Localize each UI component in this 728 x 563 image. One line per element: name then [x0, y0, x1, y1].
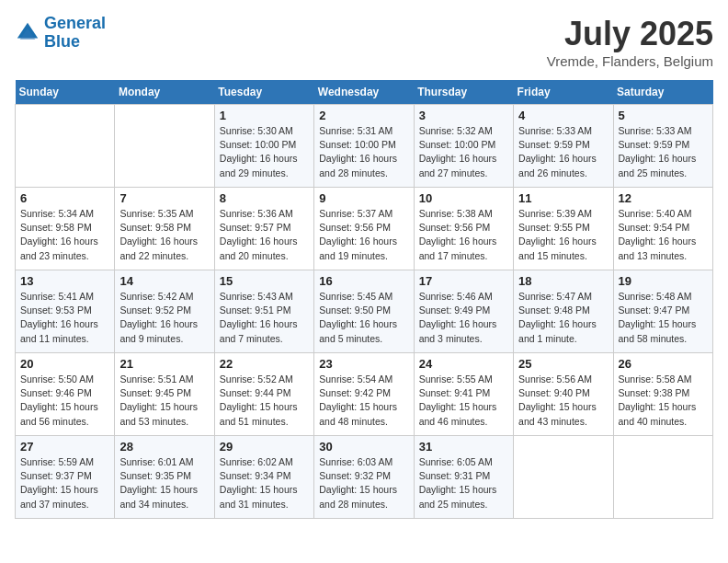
day-cell: 19Sunrise: 5:48 AM Sunset: 9:47 PM Dayli… — [613, 270, 712, 353]
day-cell: 1Sunrise: 5:30 AM Sunset: 10:00 PM Dayli… — [214, 105, 313, 188]
empty-cell — [115, 105, 214, 188]
day-info: Sunrise: 5:38 AM Sunset: 9:56 PM Dayligh… — [419, 207, 508, 263]
day-number: 15 — [220, 274, 309, 288]
day-cell: 25Sunrise: 5:56 AM Sunset: 9:40 PM Dayli… — [514, 353, 613, 436]
day-info: Sunrise: 5:58 AM Sunset: 9:38 PM Dayligh… — [619, 373, 708, 429]
day-cell: 18Sunrise: 5:47 AM Sunset: 9:48 PM Dayli… — [514, 270, 613, 353]
weekday-header: Wednesday — [314, 80, 414, 105]
day-number: 24 — [419, 357, 508, 371]
day-number: 16 — [319, 274, 408, 288]
day-info: Sunrise: 5:33 AM Sunset: 9:59 PM Dayligh… — [518, 124, 608, 180]
logo: General Blue — [15, 15, 106, 52]
day-cell: 31Sunrise: 6:05 AM Sunset: 9:31 PM Dayli… — [414, 436, 513, 519]
empty-cell — [514, 436, 613, 519]
calendar-week-row: 27Sunrise: 5:59 AM Sunset: 9:37 PM Dayli… — [16, 436, 713, 519]
day-info: Sunrise: 5:51 AM Sunset: 9:45 PM Dayligh… — [119, 373, 209, 429]
day-cell: 28Sunrise: 6:01 AM Sunset: 9:35 PM Dayli… — [115, 436, 214, 519]
day-number: 7 — [119, 191, 209, 205]
day-number: 20 — [20, 357, 109, 371]
day-cell: 30Sunrise: 6:03 AM Sunset: 9:32 PM Dayli… — [314, 436, 414, 519]
day-number: 10 — [419, 191, 508, 205]
day-cell: 20Sunrise: 5:50 AM Sunset: 9:46 PM Dayli… — [16, 353, 115, 436]
calendar-week-row: 1Sunrise: 5:30 AM Sunset: 10:00 PM Dayli… — [16, 105, 713, 188]
day-number: 1 — [220, 109, 309, 122]
day-info: Sunrise: 5:32 AM Sunset: 10:00 PM Daylig… — [419, 124, 508, 180]
day-info: Sunrise: 5:47 AM Sunset: 9:48 PM Dayligh… — [518, 290, 608, 346]
weekday-header: Friday — [514, 80, 613, 105]
calendar-week-row: 6Sunrise: 5:34 AM Sunset: 9:58 PM Daylig… — [16, 188, 713, 270]
day-number: 22 — [220, 357, 309, 371]
day-cell: 27Sunrise: 5:59 AM Sunset: 9:37 PM Dayli… — [16, 436, 115, 519]
day-number: 14 — [119, 274, 209, 288]
weekday-header: Sunday — [16, 80, 115, 105]
day-cell: 15Sunrise: 5:43 AM Sunset: 9:51 PM Dayli… — [214, 270, 313, 353]
weekday-header: Saturday — [613, 80, 712, 105]
day-number: 8 — [220, 191, 309, 205]
weekday-header: Tuesday — [214, 80, 313, 105]
logo-text: General Blue — [44, 15, 106, 52]
day-info: Sunrise: 6:01 AM Sunset: 9:35 PM Dayligh… — [119, 455, 209, 511]
day-cell: 17Sunrise: 5:46 AM Sunset: 9:49 PM Dayli… — [414, 270, 513, 353]
day-info: Sunrise: 5:59 AM Sunset: 9:37 PM Dayligh… — [20, 455, 109, 511]
day-number: 19 — [619, 274, 708, 288]
day-info: Sunrise: 5:36 AM Sunset: 9:57 PM Dayligh… — [220, 207, 309, 263]
day-cell: 3Sunrise: 5:32 AM Sunset: 10:00 PM Dayli… — [414, 105, 513, 188]
day-info: Sunrise: 5:39 AM Sunset: 9:55 PM Dayligh… — [518, 207, 608, 263]
calendar-header-row: SundayMondayTuesdayWednesdayThursdayFrid… — [16, 80, 713, 105]
day-info: Sunrise: 5:41 AM Sunset: 9:53 PM Dayligh… — [20, 290, 109, 346]
day-info: Sunrise: 6:02 AM Sunset: 9:34 PM Dayligh… — [220, 455, 309, 511]
day-cell: 26Sunrise: 5:58 AM Sunset: 9:38 PM Dayli… — [613, 353, 712, 436]
day-info: Sunrise: 5:35 AM Sunset: 9:58 PM Dayligh… — [119, 207, 209, 263]
day-number: 11 — [518, 191, 608, 205]
calendar-week-row: 20Sunrise: 5:50 AM Sunset: 9:46 PM Dayli… — [16, 353, 713, 436]
empty-cell — [613, 436, 712, 519]
day-info: Sunrise: 6:05 AM Sunset: 9:31 PM Dayligh… — [419, 455, 508, 511]
day-number: 5 — [619, 109, 708, 122]
day-info: Sunrise: 5:54 AM Sunset: 9:42 PM Dayligh… — [319, 373, 408, 429]
day-cell: 8Sunrise: 5:36 AM Sunset: 9:57 PM Daylig… — [214, 188, 313, 270]
day-info: Sunrise: 5:31 AM Sunset: 10:00 PM Daylig… — [319, 124, 408, 180]
weekday-header: Monday — [115, 80, 214, 105]
day-number: 29 — [220, 440, 309, 454]
calendar-body: 1Sunrise: 5:30 AM Sunset: 10:00 PM Dayli… — [16, 105, 713, 519]
day-number: 9 — [319, 191, 408, 205]
calendar-table: SundayMondayTuesdayWednesdayThursdayFrid… — [15, 80, 713, 519]
title-block: July 2025 Vremde, Flanders, Belgium — [547, 15, 713, 69]
day-info: Sunrise: 5:48 AM Sunset: 9:47 PM Dayligh… — [619, 290, 708, 346]
day-cell: 12Sunrise: 5:40 AM Sunset: 9:54 PM Dayli… — [613, 188, 712, 270]
day-cell: 10Sunrise: 5:38 AM Sunset: 9:56 PM Dayli… — [414, 188, 513, 270]
day-cell: 24Sunrise: 5:55 AM Sunset: 9:41 PM Dayli… — [414, 353, 513, 436]
day-cell: 11Sunrise: 5:39 AM Sunset: 9:55 PM Dayli… — [514, 188, 613, 270]
day-info: Sunrise: 5:52 AM Sunset: 9:44 PM Dayligh… — [220, 373, 309, 429]
day-info: Sunrise: 5:30 AM Sunset: 10:00 PM Daylig… — [220, 124, 309, 180]
page-header: General Blue July 2025 Vremde, Flanders,… — [15, 15, 713, 69]
day-cell: 6Sunrise: 5:34 AM Sunset: 9:58 PM Daylig… — [16, 188, 115, 270]
day-cell: 14Sunrise: 5:42 AM Sunset: 9:52 PM Dayli… — [115, 270, 214, 353]
day-info: Sunrise: 5:37 AM Sunset: 9:56 PM Dayligh… — [319, 207, 408, 263]
day-number: 27 — [20, 440, 109, 454]
day-number: 28 — [119, 440, 209, 454]
day-number: 31 — [419, 440, 508, 454]
day-number: 26 — [619, 357, 708, 371]
day-number: 23 — [319, 357, 408, 371]
day-cell: 16Sunrise: 5:45 AM Sunset: 9:50 PM Dayli… — [314, 270, 414, 353]
day-info: Sunrise: 5:55 AM Sunset: 9:41 PM Dayligh… — [419, 373, 508, 429]
day-info: Sunrise: 5:56 AM Sunset: 9:40 PM Dayligh… — [518, 373, 608, 429]
day-cell: 29Sunrise: 6:02 AM Sunset: 9:34 PM Dayli… — [214, 436, 313, 519]
day-info: Sunrise: 5:46 AM Sunset: 9:49 PM Dayligh… — [419, 290, 508, 346]
day-cell: 21Sunrise: 5:51 AM Sunset: 9:45 PM Dayli… — [115, 353, 214, 436]
empty-cell — [16, 105, 115, 188]
month-title: July 2025 — [547, 15, 713, 53]
day-info: Sunrise: 5:42 AM Sunset: 9:52 PM Dayligh… — [119, 290, 209, 346]
day-cell: 5Sunrise: 5:33 AM Sunset: 9:59 PM Daylig… — [613, 105, 712, 188]
weekday-header: Thursday — [414, 80, 513, 105]
day-number: 21 — [119, 357, 209, 371]
logo-icon — [15, 20, 40, 46]
day-number: 25 — [518, 357, 608, 371]
day-cell: 7Sunrise: 5:35 AM Sunset: 9:58 PM Daylig… — [115, 188, 214, 270]
day-info: Sunrise: 5:50 AM Sunset: 9:46 PM Dayligh… — [20, 373, 109, 429]
day-number: 17 — [419, 274, 508, 288]
day-info: Sunrise: 5:43 AM Sunset: 9:51 PM Dayligh… — [220, 290, 309, 346]
day-info: Sunrise: 5:34 AM Sunset: 9:58 PM Dayligh… — [20, 207, 109, 263]
day-cell: 2Sunrise: 5:31 AM Sunset: 10:00 PM Dayli… — [314, 105, 414, 188]
